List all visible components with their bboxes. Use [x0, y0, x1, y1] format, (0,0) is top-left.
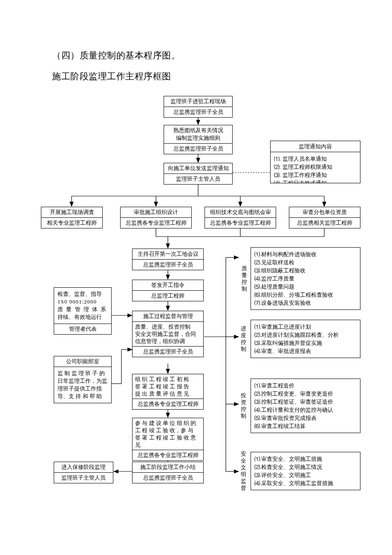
node-notify: 向施工单位发送监理通知 监理班子主管人员 — [164, 163, 233, 185]
row-subcon: 审查分包单位资质总监携相关监理工程师 — [289, 207, 360, 228]
node-prepare: 熟悉图纸及有关情况编制监理实施细则 总监携监理班子全员 — [164, 125, 233, 154]
row-survey: 开展施工现场调查相关专业监理工程师 — [41, 207, 103, 228]
notice-panel: 监理通知内容 ⑴. 监理人员名单通知 ⑵. 监理工程师权限通知 ⑶. 监理工作程… — [270, 141, 360, 183]
node-meeting: 主持召开第一次工地会议总监携监理班子全员 — [132, 249, 204, 270]
heading-2: 施工阶段监理工作主程序框图 — [52, 70, 171, 82]
quality-box: 质量控制 ⑴.材料与构配件进场验收⑵.见证取样送检⑶.组织隐蔽工程验收⑷.监控工… — [251, 247, 360, 310]
iso-box: 检查、监督、指导1S0 9001:2000质 量 管 理 体 系持续、有效地运行… — [54, 287, 112, 335]
node-precheck: 组 织 工 程 竣 工 初 检签 署 工 程 竣 工 报 告提 出 质 量 评 … — [132, 374, 204, 410]
row-tech: 组织技术交底与图纸会审总监携各专业监理工程师 — [205, 207, 276, 228]
safety-box: 安全文明监督 ⑴.审查安全、文明施工措施⑵.检查安全、文明施工情况⑶.评价安全、… — [251, 452, 360, 490]
node-start-order: 签发开工指令总监理工程师 — [132, 280, 204, 301]
dept-box: 公司职能部室 监 制 监 理 班 子 的日常监理工作，为监理班子提供工作指导、支… — [54, 356, 112, 403]
node-summary: 施工阶段监理工作小结总监携监理班子全员 — [132, 462, 204, 483]
progress-box: 进度控制 ⑴.审查施工总进度计划⑵.对进度计划实施跟踪检查、分析⑶.采取纠偏措施… — [251, 320, 360, 358]
heading-1: （四）质量控制的基本程序图。 — [52, 49, 180, 61]
row-approve: 审批施工组织设计总监携各专业监理工程师 — [120, 207, 192, 228]
cost-box: 投资控制 ⑴.审查工程造价⑵.控制工程变更、审查变更造价⑶.控制工程签证、审查签… — [251, 379, 360, 433]
node-warranty: 进入保修阶段监理监理班子主管人员 — [54, 462, 113, 483]
node-process: 施工过程监督与管理 质量、进度、投资控制安全文明施工监督，合同信息管理，组织协调… — [132, 311, 204, 357]
node-entry: 监理班子进驻工程现场 总监携监理班子全员 — [164, 96, 233, 118]
node-acceptance: 参 与 建 设 单 位 组 织 的工 程 竣 工 验 收，参 与签 署 工 程 … — [132, 418, 204, 461]
